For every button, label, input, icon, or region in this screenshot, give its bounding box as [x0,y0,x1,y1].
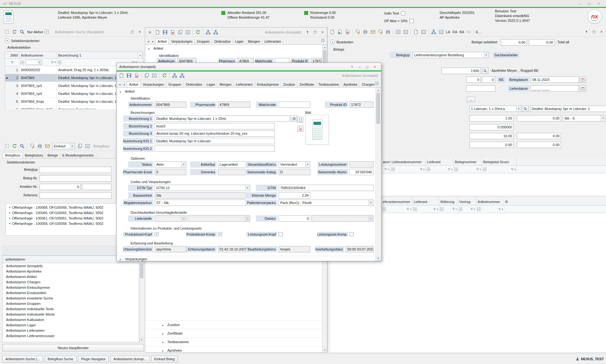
search-icon[interactable] [18,142,26,150]
leistungsset-komp-checkbox[interactable] [349,232,354,236]
kleinste-menge-field[interactable]: 2.00 [279,192,310,199]
dropdown-icon[interactable] [305,162,310,167]
e-menu-button[interactable]: E... [475,30,482,34]
wert3-field[interactable]: 0.00 [469,142,514,148]
grid2-col-b[interactable]: B [504,198,606,206]
grid2-col-artikelnummer[interactable]: Artikelnummer [476,198,504,206]
matchcode-field[interactable] [279,102,310,108]
close-panel-icon[interactable]: × [136,28,143,35]
bgwin-tab-lieferanten[interactable]: Lieferanten [262,38,283,44]
edit-doc2-icon[interactable] [377,28,384,35]
export-beleg-icon[interactable] [336,28,343,35]
section-expand-icon[interactable]: ▸ [148,47,150,50]
dropdown-icon[interactable] [70,144,74,149]
bgwin-tab-verpackungen[interactable]: Verpackungen [169,38,195,44]
patientenverpackung-combo[interactable]: Pack (Bez1) - Päckli [279,200,374,206]
dialog-minimize-icon[interactable]: – [356,64,363,70]
zero1-field[interactable]: 0 [466,77,481,83]
bgwin-section-artikel[interactable]: Artikel [153,46,163,50]
list-view-icon[interactable] [394,28,402,35]
grid2-col-lieferant[interactable]: Lieferant [412,198,439,206]
bgwin-tab-artikel[interactable]: Artikel [155,38,169,45]
close-panel-icon[interactable]: × [598,28,605,35]
belegdatum-calendar-button[interactable] [580,77,586,83]
tab-artikel[interactable]: Artikel [127,81,140,88]
select-mode-icon[interactable] [3,28,10,35]
filter-cell[interactable] [5,59,20,66]
grid-view-icon[interactable] [402,28,409,35]
tab-zertifikate[interactable]: Zertifikate [297,81,316,87]
dialog-titlebar[interactable]: Artikelstamm (komplett) ▾ – □ × [117,63,381,71]
plugin-item[interactable]: Artikelstamm Gruppen [3,301,139,306]
preis-field[interactable]: 0.00 [517,115,561,121]
pin-icon[interactable] [583,28,590,35]
new-record-icon[interactable] [118,72,125,79]
grid2-col-waehrung[interactable]: Währung [439,198,458,206]
grid2-filter-cell[interactable] [458,206,476,213]
nur-aktive-checkbox[interactable]: ✓ [45,30,49,34]
mail-icon[interactable] [44,142,51,150]
grid2-filter-cell[interactable] [381,206,412,213]
delete-icon[interactable] [133,72,140,79]
float-window-icon[interactable] [311,28,318,36]
list-icon[interactable] [184,28,191,36]
gtin-typ-combo[interactable]: GTIN-13 [155,185,250,191]
scroll-down-icon[interactable]: ▼ [322,347,327,352]
status-combo[interactable]: Aktiv [155,161,186,168]
grid2-filter-cell[interactable] [412,206,439,213]
belegnr-field[interactable] [40,175,112,182]
bild-new-button[interactable] [297,117,303,123]
taskbar-artikelstamm-suche[interactable]: Artikelstamm Suche (... [2,356,43,362]
dialog-menu-icon[interactable]: ▾ [348,64,356,70]
more-options-button[interactable]: ... [467,97,475,102]
bgwin-section-apotheke[interactable]: ▸ Apotheke [145,346,327,352]
dropdown-icon[interactable] [516,106,521,111]
float-window-icon[interactable] [128,28,136,35]
float-window-icon[interactable] [590,28,597,35]
kreditor-field2[interactable] [82,184,112,190]
scroll-up-icon[interactable]: ▲ [322,45,327,50]
pharmacode-field[interactable]: 47869 [218,102,250,108]
grid2-filter-cell[interactable] [504,206,606,213]
lieferdatum-calendar-button[interactable] [580,85,586,92]
delete-beleg-icon[interactable] [344,28,351,35]
bild-delete-button[interactable] [297,126,303,132]
tabs-overflow-icon[interactable] [373,80,380,87]
edit-doc-icon[interactable] [28,142,36,150]
tab-mengen[interactable]: Mengen [217,81,234,87]
la-button[interactable]: LA [445,30,451,34]
close-panel-icon[interactable]: × [319,28,326,36]
dropdown-icon[interactable] [181,162,186,167]
pharmacode-ersatz-field[interactable]: 0 [155,169,186,175]
scroll-down-icon[interactable]: ▼ [139,337,144,342]
selektiert-value1-field[interactable]: 0.00 [501,39,527,46]
bezeichnung-kis2-field[interactable] [155,145,275,152]
save-icon[interactable] [161,28,169,36]
tab-belegfluss[interactable]: Belegfluss [3,152,22,158]
taskbar-belegfluss-suche[interactable]: Belegfluss Suche [45,356,77,362]
grid1-col-lieferantennummer[interactable]: Lieferantennummer [390,158,426,166]
grid2-filter-cell[interactable] [476,206,504,213]
plugin-item[interactable]: Artikelstamm Individuelle Werte [3,312,139,317]
tab-einkaufspreise[interactable]: Einkaufspreise [255,81,281,87]
dropdown-icon[interactable] [601,116,605,121]
tab-belege[interactable]: Belege [45,152,60,158]
print2-icon[interactable] [384,28,392,35]
plugin-item[interactable]: Artikelstamm Lieferanten [3,328,139,333]
plugin-item[interactable]: Artikelstamm Individuelle Texte [3,306,139,312]
search-icon[interactable] [18,28,26,35]
save-icon[interactable] [125,72,133,79]
belegdatum-field[interactable]: 08.11.2023 [531,77,579,83]
bgwin-section-zertifikate[interactable]: ▸ Zertifikate [145,329,327,337]
grid1-col-belegtotal[interactable]: Belegtotal Grunc [482,158,517,166]
new-beleg-icon[interactable] [329,28,336,35]
plugin-item[interactable]: Artikelstamm Ersatzartikel [3,290,139,295]
tabs-scroll-right-icon[interactable]: ▸ [151,39,155,44]
tab-ordersaetze[interactable]: Ordersätze [183,81,204,87]
plugin-item[interactable]: Artikelstamm Kalkulation [3,317,139,322]
dp-abw-checkbox[interactable] [410,19,414,23]
translate-globe-button[interactable] [291,115,297,122]
bezeichnung1-field[interactable]: Deaftol; Mundspray Spr m Lidocain; 1 x 2… [155,115,290,122]
plugin-item[interactable]: Artikelstamm Chargen [3,279,139,285]
pin-icon[interactable] [304,28,311,36]
